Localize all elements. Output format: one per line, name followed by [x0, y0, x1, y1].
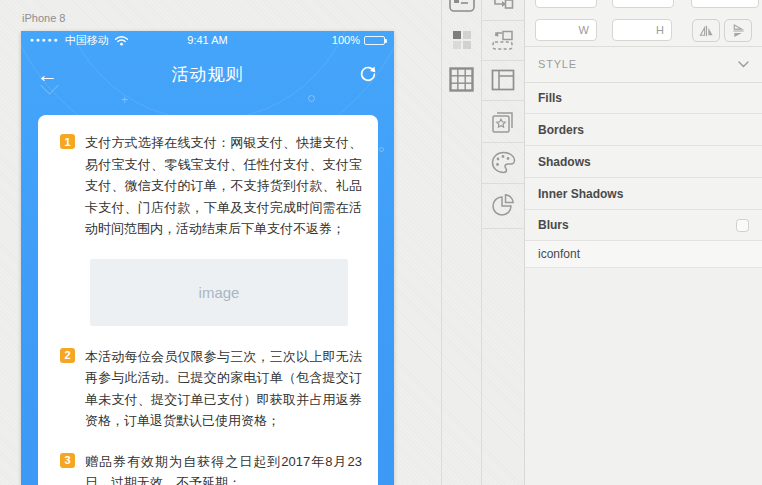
resize-frame-icon[interactable] [482, 30, 524, 51]
nav-bar: ← 活动规则 [21, 49, 394, 99]
decorative-dot [379, 147, 384, 152]
flip-vertical-button[interactable] [724, 19, 752, 42]
grid-table-icon[interactable] [442, 67, 481, 92]
battery-icon [364, 36, 385, 45]
battery-percent-label: 100% [332, 34, 360, 46]
inspector-empty-area [525, 269, 762, 485]
style-row-blurs[interactable]: Blurs [525, 210, 762, 241]
rule-number-badge: 2 [60, 348, 75, 363]
height-field-label: H [656, 24, 664, 36]
iconfont-plugin-row[interactable]: iconfont [525, 241, 762, 268]
style-row-fills[interactable]: Fills [525, 82, 762, 114]
status-bar: ●●●●● 中国移动 9:41 AM 100% [21, 31, 394, 49]
style-row-shadows[interactable]: Shadows [525, 146, 762, 178]
plugin-toolbar-right [481, 0, 524, 485]
style-row-label: Borders [538, 123, 584, 137]
width-field-label: W [579, 24, 589, 36]
style-row-label: Shadows [538, 155, 591, 169]
style-row-borders[interactable]: Borders [525, 114, 762, 146]
chevron-down-icon[interactable] [738, 61, 749, 68]
rule-item-1: 1 支付方式选择在线支付：网银支付、快捷支付、易付宝支付、零钱宝支付、任性付支付… [60, 132, 362, 240]
style-row-label: Fills [538, 91, 562, 105]
style-row-inner-shadows[interactable]: Inner Shadows [525, 178, 762, 210]
canvas-area[interactable]: iPhone 8 + ●●●●● 中国移动 9:41 AM 100% [0, 0, 441, 485]
style-section-header[interactable]: STYLE [525, 46, 762, 82]
list-card-icon[interactable] [442, 0, 481, 12]
position-x-field[interactable] [535, 0, 597, 8]
components-swatch-icon[interactable] [442, 31, 481, 49]
plugin-toolbar-left [441, 0, 481, 485]
rules-card: 1 支付方式选择在线支付：网银支付、快捷支付、易付宝支付、零钱宝支付、任性付支付… [38, 115, 378, 485]
style-row-label: Blurs [538, 218, 569, 232]
move-into-group-icon[interactable] [482, 0, 524, 12]
height-field[interactable]: H [612, 19, 672, 41]
rule-item-2: 2 本活动每位会员仅限参与三次，三次以上即无法再参与此活动。已提交的家电订单（包… [60, 346, 362, 432]
flip-horizontal-button[interactable] [692, 19, 720, 42]
palette-icon[interactable] [482, 151, 524, 174]
rule-number-badge: 1 [60, 134, 75, 149]
rule-item-3: 3 赠品券有效期为自获得之日起到2017年8月23日，过期无效，不予延期； [60, 451, 362, 485]
style-row-label: Inner Shadows [538, 187, 623, 201]
image-placeholder-label: image [199, 284, 240, 301]
rule-text: 本活动每位会员仅限参与三次，三次以上即无法再参与此活动。已提交的家电订单（包含提… [85, 346, 362, 432]
image-placeholder: image [90, 259, 348, 326]
artboard-title[interactable]: iPhone 8 [22, 12, 65, 24]
iconfont-row-label: iconfont [538, 247, 580, 261]
pie-chart-icon[interactable] [482, 193, 524, 217]
position-y-field[interactable] [612, 0, 674, 8]
rule-text: 赠品券有效期为自获得之日起到2017年8月23日，过期无效，不予延期； [85, 451, 362, 485]
refresh-icon[interactable] [358, 64, 378, 84]
layout-columns-icon[interactable] [482, 69, 524, 91]
rule-number-badge: 3 [60, 453, 75, 468]
rule-text: 支付方式选择在线支付：网银支付、快捷支付、易付宝支付、零钱宝支付、任性付支付、支… [85, 132, 362, 240]
width-field[interactable]: W [535, 19, 597, 41]
styles-star-icon[interactable] [482, 110, 524, 134]
inspector-panel: W H STYLE Fills Borders Shad [524, 0, 762, 485]
rotation-field[interactable] [691, 0, 759, 8]
artboard-iphone8[interactable]: + ●●●●● 中国移动 9:41 AM 100% ← 活动规则 [21, 31, 394, 485]
page-title: 活动规则 [21, 63, 394, 86]
style-section-label: STYLE [538, 58, 577, 70]
blurs-checkbox[interactable] [736, 219, 749, 232]
